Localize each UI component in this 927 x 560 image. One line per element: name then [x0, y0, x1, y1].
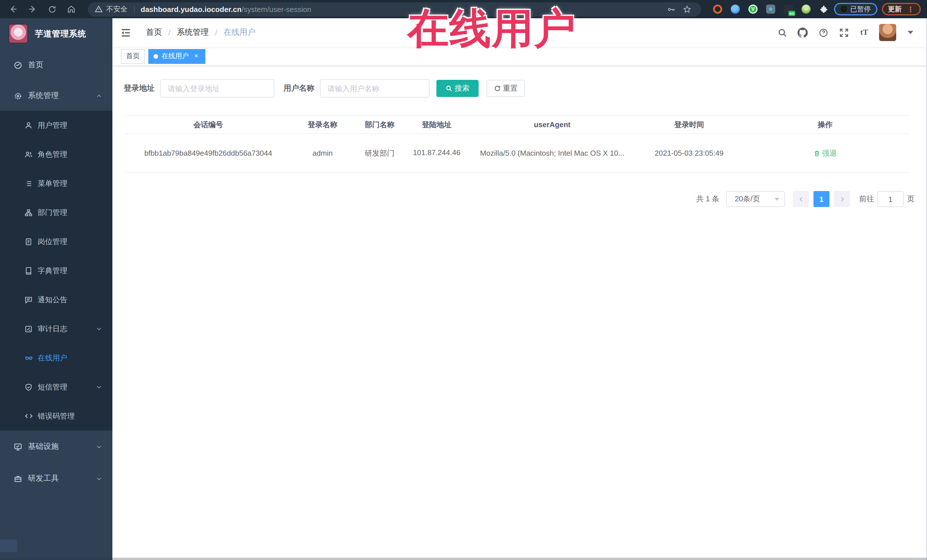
sidebar-item-infrastructure[interactable]: 基础设施 [0, 431, 112, 463]
tab-online-users[interactable]: 在线用户× [148, 49, 205, 64]
puzzle-extensions-icon[interactable] [819, 5, 828, 14]
sidebar-item-department-management[interactable]: 部门管理 [0, 198, 112, 227]
green-v-extension-icon[interactable]: V [748, 5, 758, 14]
sidebar-item-notice-announcement[interactable]: 通知公告 [0, 285, 112, 314]
scrollbar-track[interactable] [926, 18, 927, 560]
user-session-table: 会话编号 登录名称 部门名称 登陆地址 userAgent 登录时间 操作 bf… [124, 115, 910, 173]
profile-paused-chip[interactable]: 😄 已暂停 [834, 3, 877, 15]
col-login-time: 登录时间 [638, 115, 740, 134]
sidebar-item-post-management[interactable]: 岗位管理 [0, 227, 112, 256]
home-icon[interactable] [65, 3, 78, 15]
screen: 不安全 dashboard.yudao.iocoder.cn/system/us… [0, 0, 927, 560]
tab-home[interactable]: 首页 [121, 49, 145, 64]
page-url[interactable]: dashboard.yudao.iocoder.cn/system/user-s… [141, 5, 311, 14]
breadcrumb: 首页 / 系统管理 / 在线用户 [146, 27, 255, 38]
cell-user-agent: Mozilla/5.0 (Macintosh; Intel Mac OS X 1… [467, 134, 638, 173]
dictionary-icon [24, 266, 33, 275]
fullscreen-icon[interactable] [838, 27, 849, 38]
col-login-name: 登录名称 [293, 115, 353, 134]
browser-update-chip[interactable]: 更新 ⋮ [881, 3, 921, 15]
breadcrumb-online-users: 在线用户 [223, 27, 255, 38]
col-dept-name: 部门名称 [353, 115, 407, 134]
breadcrumb-system-management[interactable]: 系统管理 [177, 27, 209, 38]
app-logo-row[interactable]: 芋道管理系统 [0, 18, 112, 49]
chevron-down-icon [96, 326, 102, 332]
cell-login-ip: 101.87.244.46 [407, 134, 467, 173]
error-code-icon [24, 411, 33, 420]
breadcrumb-home[interactable]: 首页 [146, 27, 162, 38]
total-count-label: 共 1 条 [696, 194, 719, 204]
green-person-extension-icon[interactable] [801, 5, 811, 14]
prev-page-button[interactable] [793, 191, 809, 207]
tags-view-bar: 首页 在线用户× [112, 47, 927, 66]
browser-menu-icon[interactable]: ⋮ [907, 5, 914, 14]
roles-icon [24, 150, 33, 159]
next-page-button[interactable] [834, 191, 850, 207]
sidebar-item-sms-management[interactable]: 短信管理 [0, 372, 112, 401]
col-session-id: 会话编号 [124, 115, 293, 134]
orange-ring-extension-icon[interactable] [713, 5, 722, 14]
sidebar-item-error-code-management[interactable]: 错误码管理 [0, 401, 112, 431]
sidebar-item-home[interactable]: 首页 [0, 49, 112, 81]
slate-extension-icon[interactable] [766, 5, 775, 14]
cell-dept-name: 研发部门 [353, 134, 407, 173]
reset-button[interactable]: 重置 [486, 80, 525, 97]
menu-list-icon [24, 179, 33, 188]
filter-form: 登录地址 用户名称 搜索 重置 [124, 79, 916, 97]
current-page-button[interactable]: 1 [813, 191, 830, 207]
search-button[interactable]: 搜索 [436, 80, 479, 97]
username-input[interactable] [320, 79, 430, 97]
reload-icon[interactable] [46, 3, 58, 15]
sms-shield-icon [24, 382, 33, 392]
login-address-input[interactable] [160, 79, 274, 97]
app-title: 芋道管理系统 [35, 28, 86, 39]
address-bar[interactable]: 不安全 dashboard.yudao.iocoder.cn/system/us… [88, 2, 701, 16]
table-header-row: 会话编号 登录名称 部门名称 登陆地址 userAgent 登录时间 操作 [124, 115, 910, 134]
audit-log-icon [24, 324, 33, 333]
select-caret-icon [775, 198, 779, 201]
online-users-icon [24, 353, 33, 363]
browser-toolbar: 不安全 dashboard.yudao.iocoder.cn/system/us… [0, 0, 927, 18]
sidebar-item-dev-tools[interactable]: 研发工具 [0, 463, 112, 495]
table-row: bfbb1ab79ba849e49fb26ddb56a73044 admin 研… [124, 134, 910, 173]
github-icon[interactable] [797, 27, 808, 38]
close-icon[interactable]: × [192, 52, 200, 60]
dev-tools-icon [13, 474, 22, 483]
force-logout-button[interactable]: 强退 [813, 148, 837, 158]
bookmark-star-icon[interactable] [681, 3, 693, 15]
app-logo [9, 24, 28, 43]
search-icon[interactable] [777, 27, 788, 38]
blue-drop-extension-icon[interactable] [731, 5, 740, 14]
sidebar-item-user-management[interactable]: 用户管理 [0, 111, 112, 140]
password-key-icon[interactable] [664, 3, 677, 15]
sidebar-item-dict-management[interactable]: 字典管理 [0, 256, 112, 285]
sidebar-toggle-icon[interactable] [120, 27, 132, 38]
page-content: 登录地址 用户名称 搜索 重置 会话编号 登录名称 部门 [112, 66, 927, 207]
gear-icon [13, 91, 22, 100]
back-icon[interactable] [7, 3, 20, 15]
avatar-caret-icon[interactable] [907, 31, 913, 34]
page-size-select[interactable]: 20条/页 [726, 191, 785, 207]
security-label[interactable]: 不安全 [106, 4, 128, 14]
sidebar-item-role-management[interactable]: 角色管理 [0, 140, 112, 169]
cell-actions: 强退 [740, 134, 910, 173]
user-icon [24, 121, 33, 130]
infrastructure-icon [13, 442, 22, 451]
sidebar-menu: 首页 系统管理 用户管理 角色管理 菜单管理 [0, 49, 112, 495]
warning-icon [95, 5, 103, 13]
sidebar: 芋道管理系统 首页 系统管理 用户管理 角色管理 [0, 18, 112, 560]
header-actions: tT [777, 24, 927, 41]
sidebar-item-online-users[interactable]: 在线用户 [0, 343, 112, 372]
cell-session-id: bfbb1ab79ba849e49fb26ddb56a73044 [124, 134, 293, 173]
sidebar-item-audit-log[interactable]: 审计日志 [0, 314, 112, 343]
translate-en-extension-icon[interactable]: en [784, 5, 793, 14]
font-size-icon[interactable]: tT [859, 27, 870, 38]
sidebar-item-menu-management[interactable]: 菜单管理 [0, 169, 112, 198]
goto-page-input[interactable] [877, 191, 904, 207]
paused-label: 已暂停 [850, 4, 871, 14]
sidebar-item-system-management[interactable]: 系统管理 [0, 81, 112, 111]
forward-icon[interactable] [26, 3, 39, 15]
pagination: 共 1 条 20条/页 1 前往 页 [124, 191, 916, 207]
help-icon[interactable] [818, 27, 829, 38]
user-avatar[interactable] [879, 24, 896, 41]
